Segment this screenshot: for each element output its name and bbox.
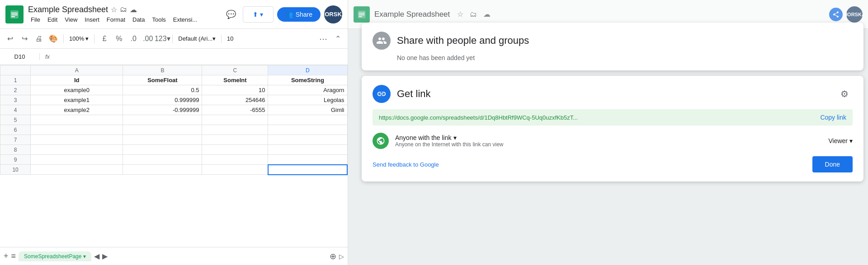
cell-b10[interactable] [123, 165, 202, 175]
comment-icon[interactable]: 💬 [223, 6, 239, 23]
access-dropdown-icon[interactable]: ▾ [453, 134, 457, 141]
share-with-people-title: Share with people and groups [397, 35, 529, 46]
sheet-header: Example Spreadsheet ☆ 🗂 ☁ File Edit View… [0, 0, 348, 29]
print-button[interactable]: 🖨 [33, 33, 45, 45]
copy-link-button[interactable]: Copy link [820, 114, 846, 121]
cell-d5[interactable] [268, 115, 347, 125]
cell-a10[interactable] [31, 165, 123, 175]
menu-extensions[interactable]: Extensi... [170, 15, 200, 24]
menu-view[interactable]: View [62, 15, 80, 24]
menu-tools[interactable]: Tools [149, 15, 168, 24]
cell-d2[interactable]: Aragorn [268, 85, 347, 95]
move-button[interactable]: ⬆ ▾ [243, 6, 274, 23]
cell-d9[interactable] [268, 155, 347, 165]
menu-data[interactable]: Data [130, 15, 147, 24]
folder-icon[interactable]: 🗂 [120, 5, 127, 14]
cell-c6[interactable] [202, 125, 268, 135]
percent-button[interactable]: % [113, 33, 125, 45]
corner-header [0, 65, 31, 75]
font-select[interactable]: Default (Ari...▾ [176, 33, 217, 45]
cell-c2[interactable]: 10 [202, 85, 268, 95]
cell-c1[interactable]: SomeInt [202, 75, 268, 85]
cell-b3[interactable]: 0.999999 [123, 95, 202, 105]
gear-settings-button[interactable]: ⚙ [836, 86, 853, 102]
cell-a9[interactable] [31, 155, 123, 165]
cell-b5[interactable] [123, 115, 202, 125]
share-button[interactable]: 👥 Share [277, 7, 321, 22]
currency-button[interactable]: £ [98, 33, 111, 45]
cell-d1[interactable]: SomeString [268, 75, 347, 85]
cell-c10[interactable] [202, 165, 268, 175]
cell-a7[interactable] [31, 135, 123, 145]
cell-b9[interactable] [123, 155, 202, 165]
col-header-c[interactable]: C [202, 65, 268, 75]
cell-a2[interactable]: example0 [31, 85, 123, 95]
bg-sheets-logo [354, 6, 370, 23]
cell-d8[interactable] [268, 145, 347, 155]
cell-d10[interactable] [268, 165, 347, 175]
add-tab-end-button[interactable]: ⊕ [330, 251, 336, 261]
collapse-toolbar-button[interactable]: ⌃ [331, 33, 344, 45]
cell-reference[interactable]: D10 [4, 53, 40, 60]
cell-a4[interactable]: example2 [31, 105, 123, 115]
menu-format[interactable]: Format [104, 15, 128, 24]
cell-b7[interactable] [123, 135, 202, 145]
col-header-a[interactable]: A [31, 65, 123, 75]
cell-c3[interactable]: 254646 [202, 95, 268, 105]
active-sheet-tab[interactable]: SomeSpreadsheetPage ▾ [19, 251, 91, 261]
link-url-text: https://docs.google.com/spreadsheets/d/1… [379, 114, 815, 121]
cell-a1[interactable]: Id [31, 75, 123, 85]
font-size-select[interactable]: 10 [225, 33, 235, 45]
decimal1-button[interactable]: .0 [127, 33, 140, 45]
toolbar-separator-3 [172, 34, 173, 43]
tab-nav-right[interactable]: ▶ [102, 252, 108, 260]
cell-d4[interactable]: Gimli [268, 105, 347, 115]
zoom-select[interactable]: 100% ▾ [67, 33, 90, 45]
cell-b8[interactable] [123, 145, 202, 155]
col-header-d[interactable]: D [268, 65, 347, 75]
tab-nav-left[interactable]: ◀ [94, 252, 99, 260]
user-avatar[interactable]: NORSKA [324, 5, 342, 23]
cell-c5[interactable] [202, 115, 268, 125]
number-format-button[interactable]: 123▾ [156, 33, 169, 45]
cell-c4[interactable]: -6555 [202, 105, 268, 115]
redo-button[interactable]: ↪ [18, 33, 31, 45]
cell-c9[interactable] [202, 155, 268, 165]
right-arrow-button[interactable]: ▷ [339, 253, 344, 260]
cell-b2[interactable]: 0.5 [123, 85, 202, 95]
spreadsheet-grid: A B C D 1 Id SomeFloat SomeInt SomeStrin… [0, 65, 348, 247]
menu-file[interactable]: File [28, 15, 43, 24]
cell-d7[interactable] [268, 135, 347, 145]
cell-a3[interactable]: example1 [31, 95, 123, 105]
menu-insert[interactable]: Insert [82, 15, 102, 24]
cell-d6[interactable] [268, 125, 347, 135]
more-options-button[interactable]: ⋯ [317, 33, 330, 45]
paint-format-button[interactable]: 🎨 [47, 33, 60, 45]
cell-a6[interactable] [31, 125, 123, 135]
table-row: 10 [0, 165, 348, 175]
cell-b6[interactable] [123, 125, 202, 135]
cell-c7[interactable] [202, 135, 268, 145]
cloud-icon[interactable]: ☁ [130, 5, 137, 14]
undo-button[interactable]: ↩ [4, 33, 16, 45]
sheet-tabs-bar: + ≡ SomeSpreadsheetPage ▾ ◀ ▶ ⊕ ▷ [0, 247, 348, 265]
cell-c8[interactable] [202, 145, 268, 155]
access-title: Anyone with the link ▾ [395, 134, 503, 141]
add-sheet-button[interactable]: + [4, 251, 9, 261]
cell-d3[interactable]: Legolas [268, 95, 347, 105]
cell-a8[interactable] [31, 145, 123, 155]
cell-a5[interactable] [31, 115, 123, 125]
cell-b1[interactable]: SomeFloat [123, 75, 202, 85]
viewer-dropdown-button[interactable]: Viewer ▾ [828, 137, 853, 144]
done-button[interactable]: Done [812, 156, 853, 172]
star-icon[interactable]: ☆ [111, 5, 117, 14]
move-icon: ⬆ [253, 11, 258, 18]
row-number-1: 1 [0, 75, 31, 85]
table-row: 7 [0, 135, 348, 145]
sheet-menu-button[interactable]: ≡ [11, 251, 16, 261]
send-feedback-button[interactable]: Send feedback to Google [373, 161, 439, 168]
menu-edit[interactable]: Edit [45, 15, 60, 24]
col-header-b[interactable]: B [123, 65, 202, 75]
cell-b4[interactable]: -0.999999 [123, 105, 202, 115]
decimal2-button[interactable]: .00 [142, 33, 154, 45]
